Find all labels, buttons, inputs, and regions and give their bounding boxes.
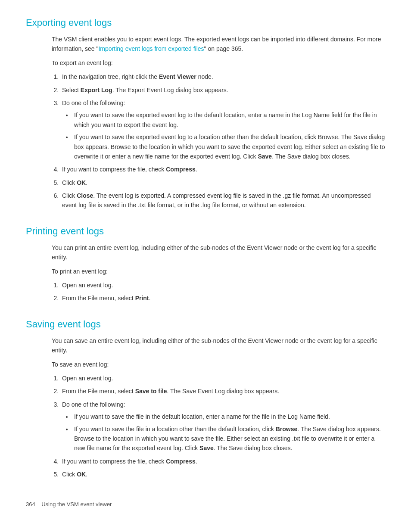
export-step-3-bullets: If you want to save the exported event l… xyxy=(62,110,385,161)
saving-todo: To save an event log: xyxy=(52,360,385,369)
saving-section: Saving event logs You can save an entire… xyxy=(26,319,385,479)
save-step-1: Open an event log. xyxy=(60,373,385,383)
saving-body: You can save an entire event log, includ… xyxy=(26,336,385,479)
saving-steps: Open an event log. From the File menu, s… xyxy=(52,373,385,479)
printing-todo: To print an event log: xyxy=(52,267,385,276)
page-number: 364 xyxy=(26,501,35,507)
save-step-5: Click OK. xyxy=(60,470,385,479)
export-step-3: Do one of the following: If you want to … xyxy=(60,98,385,161)
export-step-5: Click OK. xyxy=(60,178,385,187)
saving-intro: You can save an entire event log, includ… xyxy=(52,336,385,355)
export-bullet-1: If you want to save the exported event l… xyxy=(72,110,385,130)
exporting-title: Exporting event logs xyxy=(26,17,385,28)
page-footer: 364 Using the VSM event viewer xyxy=(26,497,385,507)
importing-link[interactable]: Importing event logs from exported files xyxy=(98,45,204,52)
export-step-1: In the navigation tree, right-click the … xyxy=(60,72,385,81)
exporting-section: Exporting event logs The VSM client enab… xyxy=(26,17,385,210)
exporting-steps: In the navigation tree, right-click the … xyxy=(52,72,385,210)
save-bullet-2: If you want to save the file in a locati… xyxy=(72,424,385,453)
print-step-2: From the File menu, select Print. xyxy=(60,293,385,303)
footer-section-label: Using the VSM event viewer xyxy=(41,501,112,507)
export-step-4: If you want to compress the file, check … xyxy=(60,165,385,174)
save-step-4: If you want to compress the file, check … xyxy=(60,457,385,466)
exporting-todo: To export an event log: xyxy=(52,58,385,68)
save-step-2: From the File menu, select Save to file.… xyxy=(60,386,385,396)
save-step-3-bullets: If you want to save the file in the defa… xyxy=(62,412,385,453)
printing-body: You can print an entire event log, inclu… xyxy=(26,243,385,303)
printing-section: Printing event logs You can print an ent… xyxy=(26,226,385,303)
saving-title: Saving event logs xyxy=(26,319,385,330)
export-step-2: Select Export Log. The Export Event Log … xyxy=(60,85,385,95)
printing-steps: Open an event log. From the File menu, s… xyxy=(52,280,385,303)
export-bullet-2: If you want to save the exported event l… xyxy=(72,132,385,161)
save-step-3: Do one of the following: If you want to … xyxy=(60,400,385,453)
save-bullet-1: If you want to save the file in the defa… xyxy=(72,412,385,421)
printing-title: Printing event logs xyxy=(26,226,385,237)
exporting-body: The VSM client enables you to export eve… xyxy=(26,34,385,210)
exporting-intro: The VSM client enables you to export eve… xyxy=(52,34,385,54)
print-step-1: Open an event log. xyxy=(60,280,385,290)
printing-intro: You can print an entire event log, inclu… xyxy=(52,243,385,262)
export-step-6: Click Close. The event log is exported. … xyxy=(60,191,385,210)
